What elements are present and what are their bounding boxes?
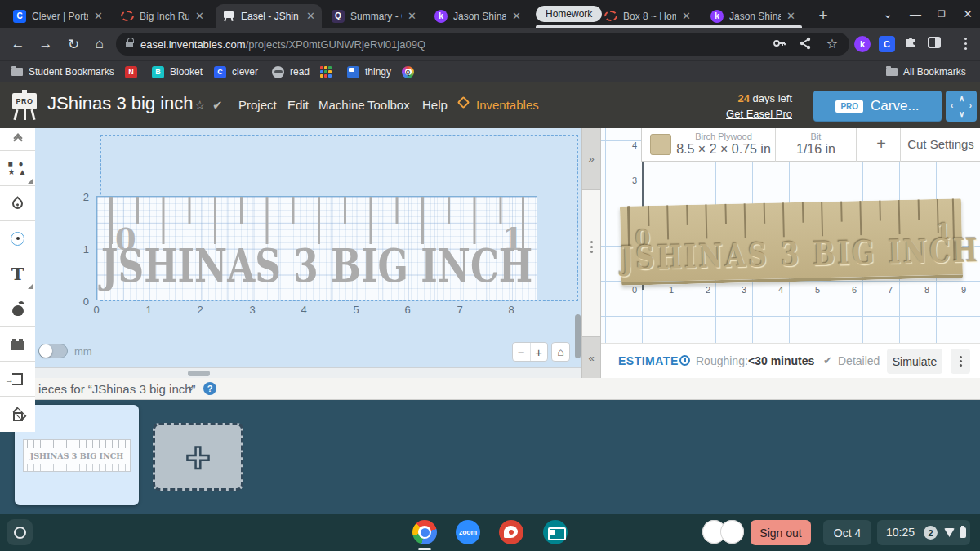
canvas-horizontal-scrollbar[interactable] <box>35 367 581 378</box>
reload-icon[interactable]: ↻ <box>62 28 85 60</box>
shapes-tool[interactable]: ■●★▲ <box>0 151 35 186</box>
scrollbar-thumb[interactable] <box>188 371 210 376</box>
menu-edit[interactable]: Edit <box>287 98 309 112</box>
zoom-out-button[interactable]: − <box>513 343 530 361</box>
extensions-puzzle-icon[interactable] <box>903 34 921 52</box>
screencast-app-icon[interactable] <box>543 520 568 544</box>
close-window-button[interactable]: ✕ <box>956 0 980 28</box>
bookmark-n[interactable]: N <box>125 61 137 82</box>
password-key-icon[interactable] <box>771 35 789 53</box>
workpiece-material[interactable]: 0 1 JSHINAS 3 BIG INCH <box>96 196 537 300</box>
easel-pro-logo[interactable]: PRO <box>10 89 39 122</box>
sign-out-button[interactable]: Sign out <box>751 520 811 545</box>
help-icon[interactable]: ? <box>203 382 216 395</box>
menu-toolbox[interactable]: Toolbox <box>368 98 410 112</box>
collapse-toolbar-button[interactable] <box>0 128 35 151</box>
detailed-label[interactable]: Detailed <box>838 354 880 367</box>
share-icon[interactable] <box>797 35 815 53</box>
tab-easel-active[interactable]: Easel - JShin ✕ <box>216 4 322 28</box>
tab-clever[interactable]: C Clever | Porta ✕ <box>7 4 109 28</box>
status-tray[interactable]: 10:25 2 <box>877 520 970 545</box>
material-dimensions[interactable]: 8.5 × 2 × 0.75 in <box>676 142 771 157</box>
bit-size[interactable]: 1/16 in <box>796 142 835 157</box>
side-panel-icon[interactable] <box>928 37 946 55</box>
all-bookmarks[interactable]: All Bookmarks <box>886 61 966 82</box>
clock-icon[interactable] <box>679 355 690 366</box>
tab-box8[interactable]: Box 8 ~ Hom ✕ <box>598 4 697 28</box>
divider-drag-handle[interactable] <box>590 241 593 243</box>
kami-extension-icon[interactable]: k <box>854 36 871 52</box>
bookmark-star-icon[interactable]: ☆ <box>823 35 841 53</box>
back-icon[interactable]: ← <box>7 28 29 60</box>
carved-wood-preview[interactable]: 0 1 JSHINAS 3 BIG INCH <box>620 198 963 285</box>
material-name[interactable]: Birch Plywood <box>695 131 752 141</box>
tab-search-chevron-icon[interactable]: ⌄ <box>875 0 900 28</box>
date-pill[interactable]: Oct 4 <box>823 520 871 545</box>
carve-button[interactable]: PRO Carve... <box>813 91 942 122</box>
mm-toggle[interactable] <box>38 344 68 358</box>
menu-project[interactable]: Project <box>238 98 277 112</box>
cut-settings-button[interactable]: Cut Settings <box>907 137 974 151</box>
address-bar[interactable]: easel.inventables.com/projects/XP0mtGUNW… <box>116 33 849 56</box>
menu-machine[interactable]: Machine <box>318 98 365 112</box>
tab-close-icon[interactable]: ✕ <box>512 11 521 21</box>
tab-group-label[interactable]: Homework <box>536 6 602 22</box>
tab-kami-1[interactable]: k Jason Shina ✕ <box>428 4 528 28</box>
bookmark-q[interactable]: Q <box>402 61 414 82</box>
estimate-menu-button[interactable] <box>951 349 970 374</box>
canvas-vertical-scrollbar[interactable] <box>575 314 581 358</box>
bookmark-clever[interactable]: C clever <box>214 61 258 82</box>
get-easel-pro-link[interactable]: Get Easel Pro <box>693 108 792 120</box>
add-workpiece-button[interactable]: + <box>153 423 243 491</box>
icons-library-tool[interactable] <box>0 291 35 327</box>
bookmark-blooket[interactable]: B Blooket <box>152 61 203 82</box>
design-text[interactable]: JSHINAS 3 BIG INCH <box>93 239 541 292</box>
open-windows-icon[interactable] <box>702 520 745 544</box>
collapse-right-icon[interactable]: » <box>582 128 600 190</box>
tab-close-icon[interactable]: ✕ <box>408 11 416 21</box>
tab-summary[interactable]: Q Summary - C ✕ <box>325 4 423 28</box>
new-tab-button[interactable]: + <box>812 4 835 27</box>
tab-close-icon[interactable]: ✕ <box>195 11 204 21</box>
fullscreen-arrows-button[interactable]: ∧ ∨ ‹ › <box>946 91 977 122</box>
bookmark-thingy[interactable]: thingy <box>347 61 391 82</box>
collapse-panel-chevron-icon[interactable]: » <box>185 385 198 391</box>
bookmark-folder-student[interactable]: Student Bookmarks <box>11 61 114 82</box>
text-tool[interactable]: T <box>0 256 35 291</box>
browser-menu-icon[interactable] <box>957 36 975 54</box>
tab-close-icon[interactable]: ✕ <box>682 11 691 21</box>
forward-icon[interactable]: → <box>34 28 57 60</box>
tab-big-inch-rule[interactable]: Big Inch Rule ✕ <box>114 4 211 28</box>
bookmark-read[interactable]: read <box>272 61 310 82</box>
favorite-star-icon[interactable]: ☆ <box>194 98 205 113</box>
simulate-button[interactable]: Simulate <box>887 349 942 374</box>
3d-tool[interactable] <box>0 397 35 432</box>
launcher-button[interactable] <box>7 519 33 545</box>
bookmark-grid-app[interactable] <box>320 61 332 82</box>
inventables-brand[interactable]: Inventables <box>476 98 539 112</box>
home-icon[interactable]: ⌂ <box>88 28 111 60</box>
zoom-in-button[interactable]: + <box>530 343 548 361</box>
menu-help[interactable]: Help <box>422 98 448 112</box>
tab-kami-2[interactable]: k Jason Shina ✕ <box>704 4 802 28</box>
zoom-app-icon[interactable]: zoom <box>456 520 480 544</box>
tab-close-icon[interactable]: ✕ <box>306 11 315 21</box>
import-tool[interactable] <box>0 362 35 397</box>
material-swatch[interactable] <box>650 134 671 155</box>
add-bit-button[interactable]: + <box>871 135 892 153</box>
project-title[interactable]: JShinas 3 big inch <box>47 93 194 114</box>
minimize-button[interactable]: — <box>903 0 928 28</box>
blocks-tool[interactable] <box>0 327 35 362</box>
maximize-button[interactable]: ❐ <box>929 0 954 28</box>
secure-lock-icon[interactable] <box>126 42 133 47</box>
chrome-app-icon[interactable] <box>412 520 437 544</box>
tab-close-icon[interactable]: ✕ <box>786 11 795 21</box>
design-canvas[interactable]: 0 1 JSHINAS 3 BIG INCH 0 1 2 3 4 5 6 7 8… <box>35 128 581 367</box>
pen-tool[interactable] <box>0 186 35 221</box>
clever-extension-icon[interactable]: C <box>879 36 895 52</box>
tab-close-icon[interactable]: ✕ <box>94 11 103 21</box>
collapse-left-icon[interactable]: « <box>582 336 600 378</box>
zoom-home-button[interactable]: ⌂ <box>551 342 570 362</box>
canvas-app-icon[interactable] <box>499 520 523 544</box>
preview-3d-panel[interactable]: 4 3 0 1 JSHINAS 3 BIG INCH 0 1 2 3 4 5 6… <box>601 128 980 378</box>
